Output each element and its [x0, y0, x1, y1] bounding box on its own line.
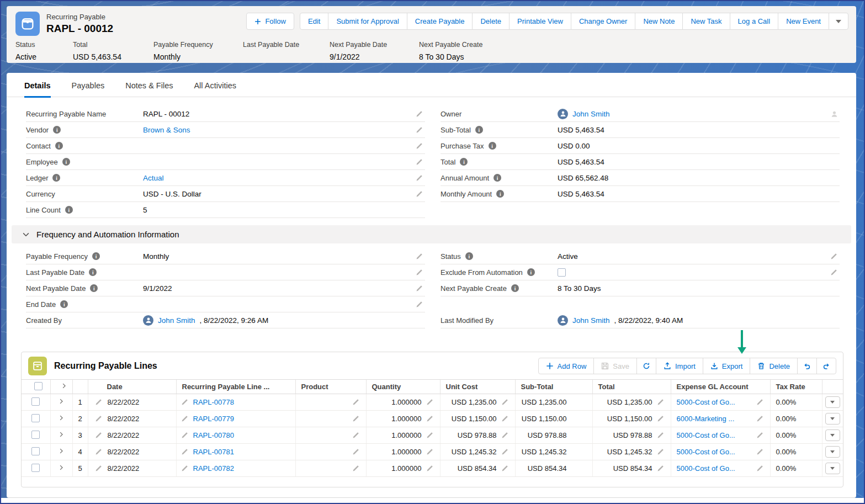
row-actions-button[interactable] — [825, 463, 840, 474]
edit-pencil-icon[interactable] — [426, 448, 433, 455]
edit-pencil-icon[interactable] — [416, 253, 423, 260]
select-row-checkbox[interactable] — [31, 414, 40, 422]
edit-pencil-icon[interactable] — [416, 174, 423, 182]
line-name-link[interactable]: RAPL-00779 — [193, 415, 234, 423]
edit-pencil-icon[interactable] — [657, 448, 664, 455]
new-note-button[interactable]: New Note — [635, 13, 683, 30]
column-header-quantity[interactable]: Quantity — [366, 380, 440, 394]
change-owner-icon[interactable] — [830, 110, 839, 118]
edit-pencil-icon[interactable] — [756, 415, 763, 422]
info-icon[interactable] — [511, 284, 519, 292]
expense-gl-link[interactable]: 6000-Marketing ... — [677, 415, 735, 423]
info-icon[interactable] — [527, 268, 535, 276]
redo-button[interactable] — [816, 358, 836, 374]
line-name-link[interactable]: RAPL-00778 — [193, 398, 234, 406]
edit-pencil-icon[interactable] — [181, 465, 188, 472]
add-row-button[interactable]: Add Row — [538, 358, 595, 374]
edit-pencil-icon[interactable] — [501, 415, 508, 422]
owner-link[interactable]: John Smith — [572, 110, 610, 118]
select-row-checkbox[interactable] — [31, 397, 40, 406]
expand-row-icon[interactable] — [58, 398, 65, 405]
row-actions-button[interactable] — [825, 396, 840, 408]
edit-pencil-icon[interactable] — [416, 190, 423, 198]
edit-pencil-icon[interactable] — [95, 432, 102, 439]
edit-pencil-icon[interactable] — [416, 269, 423, 276]
info-icon[interactable] — [90, 284, 98, 292]
edit-pencil-icon[interactable] — [95, 399, 102, 406]
edit-pencil-icon[interactable] — [352, 448, 359, 455]
edit-pencil-icon[interactable] — [95, 465, 102, 472]
edit-pencil-icon[interactable] — [352, 432, 359, 439]
column-header-expense-gl[interactable]: Expense GL Account — [671, 380, 770, 394]
exclude-from-automation-checkbox[interactable] — [558, 268, 566, 277]
edit-pencil-icon[interactable] — [416, 110, 423, 118]
edit-pencil-icon[interactable] — [426, 465, 433, 472]
edit-pencil-icon[interactable] — [416, 158, 423, 166]
section-frequency-automation[interactable]: Frequency and Automation Information — [12, 225, 851, 243]
edit-pencil-icon[interactable] — [501, 432, 508, 439]
last-modified-by-link[interactable]: John Smith — [572, 316, 610, 325]
edit-pencil-icon[interactable] — [181, 432, 188, 439]
expense-gl-link[interactable]: 5000-Cost of Go... — [677, 448, 735, 456]
select-row-checkbox[interactable] — [31, 447, 40, 455]
line-name-link[interactable]: RAPL-00782 — [193, 464, 234, 473]
info-icon[interactable] — [60, 300, 68, 308]
edit-pencil-icon[interactable] — [426, 432, 433, 439]
column-header-unit-cost[interactable]: Unit Cost — [440, 380, 515, 394]
edit-pencil-icon[interactable] — [352, 399, 359, 406]
edit-pencil-icon[interactable] — [426, 399, 433, 406]
info-icon[interactable] — [475, 126, 483, 134]
import-button[interactable]: Import — [656, 358, 703, 374]
edit-pencil-icon[interactable] — [830, 269, 837, 276]
select-all-checkbox[interactable] — [34, 382, 43, 390]
info-icon[interactable] — [62, 158, 70, 166]
edit-pencil-icon[interactable] — [501, 448, 508, 455]
edit-pencil-icon[interactable] — [830, 253, 837, 260]
tab-details[interactable]: Details — [24, 81, 51, 98]
edit-pencil-icon[interactable] — [181, 415, 188, 422]
row-actions-button[interactable] — [825, 413, 840, 425]
row-actions-button[interactable] — [825, 429, 840, 441]
follow-button[interactable]: Follow — [246, 13, 294, 30]
select-row-checkbox[interactable] — [31, 464, 40, 472]
edit-pencil-icon[interactable] — [657, 465, 664, 472]
column-header-product[interactable]: Product — [295, 380, 366, 394]
refresh-button[interactable] — [636, 358, 656, 374]
info-icon[interactable] — [465, 252, 473, 260]
info-icon[interactable] — [89, 268, 97, 276]
column-header-sub-total[interactable]: Sub-Total — [515, 380, 592, 394]
edit-pencil-icon[interactable] — [95, 448, 102, 455]
line-name-link[interactable]: RAPL-00780 — [193, 431, 234, 439]
log-a-call-button[interactable]: Log a Call — [730, 13, 779, 30]
info-icon[interactable] — [496, 190, 504, 198]
vendor-link[interactable]: Brown & Sons — [143, 126, 190, 134]
edit-pencil-icon[interactable] — [756, 432, 763, 439]
edit-pencil-icon[interactable] — [352, 465, 359, 472]
edit-pencil-icon[interactable] — [756, 465, 763, 472]
row-actions-button[interactable] — [825, 446, 840, 458]
new-event-button[interactable]: New Event — [778, 13, 829, 30]
ledger-link[interactable]: Actual — [143, 174, 164, 182]
column-header-date[interactable]: Date — [88, 380, 176, 394]
edit-pencil-icon[interactable] — [657, 415, 664, 422]
tab-all-activities[interactable]: All Activities — [194, 81, 236, 97]
info-icon[interactable] — [55, 142, 63, 150]
edit-pencil-icon[interactable] — [501, 399, 508, 406]
column-header-total[interactable]: Total — [592, 380, 671, 394]
printable-view-button[interactable]: Printable View — [509, 13, 571, 30]
edit-pencil-icon[interactable] — [756, 448, 763, 455]
tab-notes-files[interactable]: Notes & Files — [125, 81, 173, 97]
edit-pencil-icon[interactable] — [181, 448, 188, 455]
info-icon[interactable] — [92, 252, 100, 260]
edit-pencil-icon[interactable] — [501, 465, 508, 472]
submit-for-approval-button[interactable]: Submit for Approval — [328, 13, 407, 30]
edit-pencil-icon[interactable] — [416, 126, 423, 134]
created-by-link[interactable]: John Smith — [158, 316, 195, 325]
info-icon[interactable] — [53, 126, 61, 134]
edit-pencil-icon[interactable] — [95, 415, 102, 422]
edit-pencil-icon[interactable] — [426, 415, 433, 422]
line-name-link[interactable]: RAPL-00781 — [193, 448, 234, 456]
new-task-button[interactable]: New Task — [682, 13, 730, 30]
edit-pencil-icon[interactable] — [657, 399, 664, 406]
expand-row-icon[interactable] — [58, 431, 65, 438]
